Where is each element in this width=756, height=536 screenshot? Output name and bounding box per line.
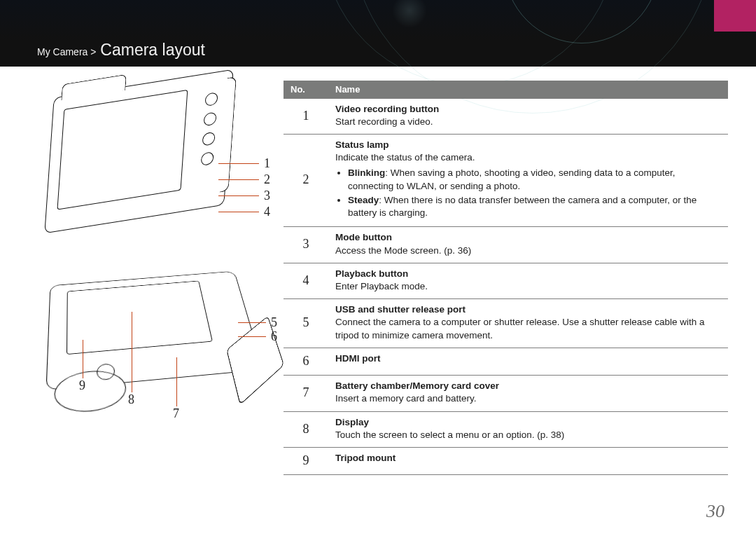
- row-body: Battery chamber/Memory card coverInsert …: [328, 376, 728, 411]
- callout-1: 1: [264, 156, 270, 171]
- col-name: Name: [328, 81, 728, 99]
- row-title: USB and shutter release port: [335, 303, 721, 316]
- page-number: 30: [706, 501, 724, 522]
- row-number: 5: [284, 299, 328, 348]
- row-desc: Start recording a video.: [335, 116, 721, 128]
- row-title: Status lamp: [335, 139, 721, 151]
- callout-8: 8: [128, 392, 134, 407]
- col-no: No.: [284, 81, 328, 99]
- content: 1 2 3 4 5 6 9 8 7 No. Name: [28, 81, 728, 508]
- row-bullet: Steady: When there is no data transfer b…: [348, 194, 721, 219]
- callout-9: 9: [79, 378, 85, 393]
- row-body: DisplayTouch the screen to select a menu…: [328, 411, 728, 447]
- row-desc: Connect the camera to a computer or shut…: [335, 316, 721, 341]
- row-number: 8: [284, 411, 328, 447]
- row-bullet: Blinking: When saving a photo, shooting …: [348, 167, 721, 192]
- table-row: 9Tripod mount: [284, 448, 728, 475]
- table-row: 5USB and shutter release portConnect the…: [284, 299, 728, 348]
- row-desc: Access the Mode screen. (p. 36): [335, 245, 721, 257]
- breadcrumb: My Camera > Camera layout: [37, 41, 205, 60]
- parts-table-wrap: No. Name 1Video recording buttonStart re…: [273, 81, 728, 508]
- row-title: Tripod mount: [335, 452, 721, 465]
- row-body: Status lampIndicate the status of the ca…: [328, 134, 728, 226]
- callout-6: 6: [271, 329, 277, 344]
- table-row: 7Battery chamber/Memory card coverInsert…: [284, 376, 728, 411]
- row-number: 7: [284, 376, 328, 411]
- callout-3: 3: [264, 188, 270, 203]
- table-row: 4Playback buttonEnter Playback mode.: [284, 263, 728, 298]
- row-title: Battery chamber/Memory card cover: [335, 380, 721, 392]
- row-number: 9: [284, 448, 328, 475]
- camera-bottom-illustration: [46, 271, 263, 390]
- row-number: 3: [284, 227, 328, 263]
- row-number: 6: [284, 348, 328, 375]
- parts-table: No. Name 1Video recording buttonStart re…: [284, 81, 728, 475]
- table-row: 1Video recording buttonStart recording a…: [284, 99, 728, 135]
- accent-tab: [714, 0, 756, 32]
- row-body: HDMI port: [328, 348, 728, 375]
- callout-7: 7: [173, 406, 179, 421]
- camera-back-illustration: [44, 69, 233, 234]
- row-number: 4: [284, 263, 328, 298]
- row-desc: Enter Playback mode.: [335, 280, 721, 293]
- row-desc: Touch the screen to select a menu or an …: [335, 429, 721, 441]
- row-title: HDMI port: [335, 352, 721, 365]
- row-body: Playback buttonEnter Playback mode.: [328, 263, 728, 298]
- row-title: Video recording button: [335, 103, 721, 116]
- row-body: USB and shutter release portConnect the …: [328, 299, 728, 348]
- table-row: 6HDMI port: [284, 348, 728, 375]
- row-bullets: Blinking: When saving a photo, shooting …: [335, 167, 721, 219]
- row-desc: Indicate the status of the camera.: [335, 151, 721, 164]
- row-body: Video recording buttonStart recording a …: [328, 99, 728, 135]
- row-number: 1: [284, 99, 328, 135]
- callout-4: 4: [264, 205, 270, 219]
- table-row: 8DisplayTouch the screen to select a men…: [284, 411, 728, 447]
- header-bar: My Camera > Camera layout: [0, 0, 756, 67]
- table-row: 2Status lampIndicate the status of the c…: [284, 134, 728, 226]
- breadcrumb-sep: >: [90, 46, 96, 57]
- row-number: 2: [284, 134, 328, 226]
- row-body: Mode buttonAccess the Mode screen. (p. 3…: [328, 227, 728, 263]
- row-title: Playback button: [335, 268, 721, 280]
- table-row: 3Mode buttonAccess the Mode screen. (p. …: [284, 227, 728, 263]
- callout-2: 2: [264, 172, 270, 187]
- row-title: Mode button: [335, 231, 721, 244]
- diagram-column: 1 2 3 4 5 6 9 8 7: [28, 81, 273, 508]
- row-desc: Insert a memory card and battery.: [335, 392, 721, 405]
- callout-5: 5: [271, 315, 277, 330]
- breadcrumb-section: My Camera: [37, 46, 88, 57]
- row-title: Display: [335, 416, 721, 429]
- page-title: Camera layout: [100, 41, 205, 59]
- row-body: Tripod mount: [328, 448, 728, 475]
